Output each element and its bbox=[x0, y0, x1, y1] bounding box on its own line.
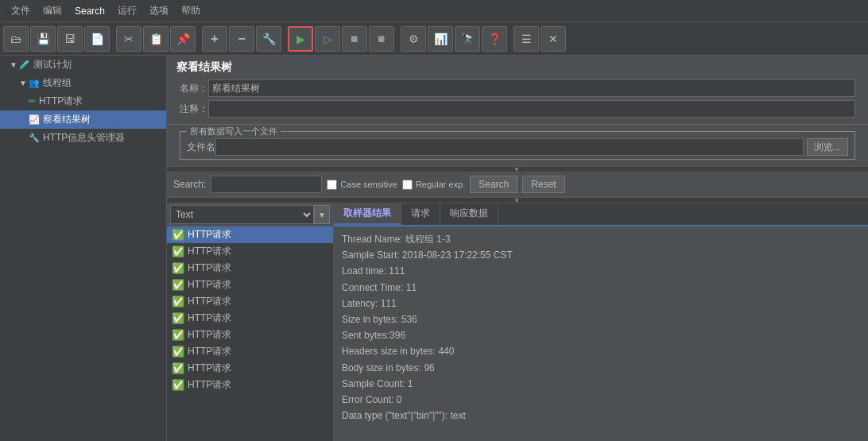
regular-exp-checkbox[interactable] bbox=[402, 180, 413, 190]
comment-label: 注释： bbox=[180, 103, 208, 116]
tabs-bar: 取样器结果 请求 响应数据 bbox=[334, 203, 868, 226]
toolbar-btn-save[interactable]: 🖫 bbox=[57, 26, 83, 52]
sidebar-item-http-request[interactable]: ✏ HTTP请求 bbox=[0, 92, 166, 110]
toolbar-btn-close[interactable]: ✕ bbox=[541, 26, 566, 52]
tree-item-label: HTTP请求 bbox=[188, 295, 231, 308]
toolbar-btn-paste[interactable]: 📌 bbox=[170, 26, 196, 52]
tools-icon: ⚙ bbox=[409, 33, 419, 45]
menu-file[interactable]: 文件 bbox=[5, 2, 37, 19]
tree-list-item[interactable]: ✅HTTP请求 bbox=[167, 226, 333, 243]
result-line: Sample Count: 1 bbox=[342, 377, 860, 392]
toolbar-btn-help[interactable]: ❓ bbox=[482, 26, 507, 52]
sidebar-item-test-plan[interactable]: ▼ 🧪 测试计划 bbox=[0, 56, 166, 74]
success-icon: ✅ bbox=[172, 312, 184, 324]
section-group: 所有数据写入一个文件 文件名 浏览... bbox=[180, 131, 855, 160]
tree-list-item[interactable]: ✅HTTP请求 bbox=[167, 343, 333, 360]
regular-exp-group: Regular exp. bbox=[402, 180, 465, 190]
case-sensitive-checkbox[interactable] bbox=[327, 180, 337, 190]
section-wrapper: 所有数据写入一个文件 文件名 浏览... bbox=[167, 125, 868, 166]
toolbar-btn-add[interactable]: + bbox=[202, 26, 227, 52]
menu-options[interactable]: 选项 bbox=[143, 2, 175, 19]
toolbar-btn-stop-all[interactable]: ⏹ bbox=[369, 26, 394, 52]
thread-group-icon: 👥 bbox=[29, 78, 40, 88]
resize-handle-top[interactable]: ▼ bbox=[167, 166, 868, 172]
result-line: Sample Start: 2018-08-23 17:22:55 CST bbox=[342, 248, 860, 263]
toolbar-btn-copy[interactable]: 📋 bbox=[143, 26, 169, 52]
tree-list-item[interactable]: ✅HTTP请求 bbox=[167, 293, 333, 310]
tree-list-item[interactable]: ✅HTTP请求 bbox=[167, 360, 333, 377]
result-line: Error Count: 0 bbox=[342, 393, 860, 408]
tree-list-item[interactable]: ✅HTTP请求 bbox=[167, 243, 333, 260]
result-panel: 取样器结果 请求 响应数据 Thread Name: 线程组 1-3Sample… bbox=[334, 203, 868, 441]
toolbar-btn-settings[interactable]: 🔧 bbox=[256, 26, 281, 52]
toolbar-btn-cut[interactable]: ✂ bbox=[116, 26, 141, 52]
toolbar-btn-export[interactable]: 📄 bbox=[84, 26, 110, 52]
tree-header: Text ▼ bbox=[167, 203, 333, 226]
toolbar-btn-open[interactable]: 🗁 bbox=[3, 26, 29, 52]
tree-list-item[interactable]: ✅HTTP请求 bbox=[167, 277, 333, 293]
sidebar-label-thread-group: 线程组 bbox=[43, 76, 72, 90]
sidebar-item-http-header-manager[interactable]: 🔧 HTTP信息头管理器 bbox=[0, 129, 166, 147]
toolbar-btn-tools[interactable]: ⚙ bbox=[401, 26, 426, 52]
tree-filter-select[interactable]: Text bbox=[170, 205, 314, 224]
tree-list-item[interactable]: ✅HTTP请求 bbox=[167, 310, 333, 327]
toolbar-btn-run[interactable]: ▶ bbox=[288, 26, 313, 52]
view-result-tree-icon: 📈 bbox=[29, 114, 40, 125]
menu-search[interactable]: Search bbox=[68, 4, 111, 18]
section-group-legend: 所有数据写入一个文件 bbox=[187, 126, 281, 137]
stop-all-icon: ⏹ bbox=[377, 33, 386, 44]
settings-icon: 🔧 bbox=[262, 33, 276, 45]
tab-response-data[interactable]: 响应数据 bbox=[440, 203, 498, 225]
tree-filter-arrow[interactable]: ▼ bbox=[314, 205, 330, 224]
tree-list-item[interactable]: ✅HTTP请求 bbox=[167, 260, 333, 277]
toolbar-btn-run-nopause[interactable]: ▷ bbox=[315, 26, 340, 52]
toolbar-btn-binoculars[interactable]: 🔭 bbox=[455, 26, 480, 52]
search-button[interactable]: Search bbox=[470, 176, 517, 193]
add-icon: + bbox=[211, 32, 218, 46]
sidebar-item-view-result-tree[interactable]: 📈 察看结果树 bbox=[0, 110, 166, 129]
menu-edit[interactable]: 编辑 bbox=[37, 2, 68, 19]
toolbar-btn-monitor[interactable]: 📊 bbox=[428, 26, 453, 52]
toolbar-btn-remove[interactable]: − bbox=[229, 26, 254, 52]
reset-button[interactable]: Reset bbox=[522, 176, 564, 193]
tab-sampler-result[interactable]: 取样器结果 bbox=[334, 203, 401, 225]
tree-list-item[interactable]: ✅HTTP请求 bbox=[167, 377, 333, 393]
list-icon: ☰ bbox=[521, 33, 532, 45]
sidebar-label-view-result-tree: 察看结果树 bbox=[43, 113, 91, 126]
result-line: Thread Name: 线程组 1-3 bbox=[342, 232, 860, 247]
sidebar-label-http-header-manager: HTTP信息头管理器 bbox=[43, 131, 125, 145]
menu-help[interactable]: 帮助 bbox=[175, 2, 207, 19]
tree-item-label: HTTP请求 bbox=[188, 228, 231, 242]
browse-button[interactable]: 浏览... bbox=[807, 138, 848, 156]
toolbar-btn-stop[interactable]: ⏹ bbox=[342, 26, 367, 52]
menu-run[interactable]: 运行 bbox=[111, 2, 143, 19]
toolbar-btn-list[interactable]: ☰ bbox=[513, 26, 539, 52]
http-request-icon: ✏ bbox=[29, 96, 36, 106]
filename-input[interactable] bbox=[215, 138, 804, 156]
remove-icon: − bbox=[238, 32, 245, 46]
resize-handle-bottom[interactable]: ▼ bbox=[167, 197, 868, 203]
tab-request[interactable]: 请求 bbox=[401, 203, 440, 225]
result-line: Load time: 111 bbox=[342, 264, 860, 279]
save-icon: 🖫 bbox=[64, 33, 76, 45]
tree-item-label: HTTP请求 bbox=[188, 278, 231, 292]
success-icon: ✅ bbox=[172, 346, 184, 358]
name-input[interactable] bbox=[208, 79, 855, 97]
tree-list-item[interactable]: ✅HTTP请求 bbox=[167, 327, 333, 343]
help-icon: ❓ bbox=[488, 33, 502, 45]
menu-bar: 文件 编辑 Search 运行 选项 帮助 bbox=[0, 0, 868, 22]
comment-input[interactable] bbox=[208, 100, 855, 118]
result-line: Body size in bytes: 96 bbox=[342, 361, 860, 376]
sidebar-item-thread-group[interactable]: ▼ 👥 线程组 bbox=[0, 74, 166, 92]
search-input[interactable] bbox=[211, 176, 322, 193]
tree-list: ✅HTTP请求✅HTTP请求✅HTTP请求✅HTTP请求✅HTTP请求✅HTTP… bbox=[167, 226, 333, 441]
success-icon: ✅ bbox=[172, 279, 184, 291]
success-icon: ✅ bbox=[172, 262, 184, 274]
monitor-icon: 📊 bbox=[434, 33, 448, 45]
panel-title: 察看结果树 bbox=[176, 60, 858, 75]
name-label: 名称： bbox=[180, 82, 208, 95]
stop-icon: ⏹ bbox=[350, 33, 359, 44]
toolbar-btn-save-all[interactable]: 💾 bbox=[30, 26, 56, 52]
case-sensitive-label: Case sensitive bbox=[340, 180, 397, 189]
tree-arrow-thread-group: ▼ bbox=[19, 79, 27, 87]
